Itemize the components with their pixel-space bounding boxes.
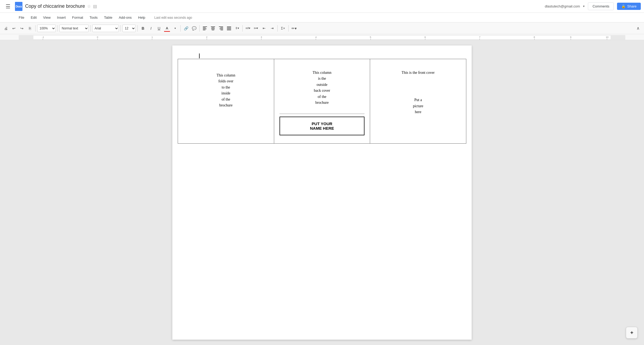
separator-5 [137, 25, 138, 32]
underline-button[interactable]: U [155, 25, 163, 32]
menu-view[interactable]: View [40, 14, 53, 21]
format-paint-button[interactable]: ⎘ [26, 25, 34, 32]
col-left-line2: folds over [183, 78, 269, 84]
print-icon: 🖨 [4, 26, 8, 30]
italic-button[interactable]: I [147, 25, 155, 32]
col-right-content: This is the front cover Put a picture he… [375, 70, 461, 115]
indent-decrease-button[interactable]: ⇤ [260, 25, 268, 32]
text-color-button[interactable]: A [163, 25, 171, 32]
color-dropdown-button[interactable]: ▾ [171, 25, 179, 32]
brochure-row: This column folds over to the inside of … [178, 59, 466, 144]
separator-9 [277, 25, 278, 32]
align-center-button[interactable] [209, 25, 217, 32]
document-title[interactable]: Copy of chiccarine brochure [25, 3, 85, 9]
undo-icon: ↩ [12, 26, 15, 30]
picture-placeholder: Put a picture here [375, 97, 461, 115]
align-right-icon [219, 26, 223, 30]
front-cover-text: This is the front cover [375, 70, 461, 76]
brochure-col-left[interactable]: This column folds over to the inside of … [178, 59, 274, 144]
menu-tools[interactable]: Tools [87, 14, 100, 21]
bullet-list-button[interactable]: ≡•▾ [252, 25, 260, 32]
ruler-mark: 10 [606, 36, 608, 40]
top-bar: ☰ Docs Copy of chiccarine brochure ☆ ▤ d… [0, 0, 644, 13]
comments-button[interactable]: Comments [588, 2, 614, 10]
numbered-list-button[interactable]: ≡#▾ [244, 25, 252, 32]
menu-insert[interactable]: Insert [54, 14, 68, 21]
ruler-mark: 8 [534, 36, 535, 40]
redo-button[interactable]: ↪ [18, 25, 26, 32]
menu-bar: File Edit View Insert Format Tools Table… [0, 13, 644, 22]
text-color-underline [164, 31, 170, 32]
col-left-line4: inside [183, 90, 269, 96]
menu-edit[interactable]: Edit [28, 14, 39, 21]
menu-format[interactable]: Format [69, 14, 86, 21]
menu-table[interactable]: Table [101, 14, 115, 21]
ruler-mark: 9 [570, 36, 571, 40]
name-box[interactable]: PUT YOUR NAME HERE [280, 117, 365, 135]
ruler-mark: -1 [42, 36, 44, 40]
brochure-col-mid[interactable]: This column is the outside back cover of… [274, 59, 370, 144]
document-page: This column folds over to the inside of … [172, 45, 472, 340]
col-left-line5: of the [183, 97, 269, 102]
font-size-select[interactable]: 12 8 10 14 18 24 [122, 25, 136, 32]
star-icon[interactable]: ☆ [87, 4, 91, 9]
redo-icon: ↪ [20, 26, 24, 30]
separator-1 [35, 25, 36, 32]
ai-icon: ✦ [630, 329, 634, 336]
col-left-line1: This column [183, 72, 269, 78]
name-box-line1: PUT YOUR [284, 121, 360, 126]
last-edit-status: Last edit was seconds ago [154, 16, 192, 20]
insert-comment-button[interactable]: 💬 [190, 25, 198, 32]
col-mid-line3: outside [280, 82, 365, 88]
menu-help[interactable]: Help [135, 14, 148, 21]
share-lock-icon: 🔒 [621, 4, 626, 8]
zoom-select[interactable]: 100% 75% 50% 125% [37, 25, 56, 32]
title-area: Copy of chiccarine brochure ☆ ▤ [25, 3, 545, 9]
user-email[interactable]: dlastutech@gmail.com [545, 4, 580, 8]
print-button[interactable]: 🖨 [2, 25, 10, 32]
toolbar-collapse-button[interactable]: ∧ [634, 25, 642, 32]
align-justify-button[interactable] [225, 25, 233, 32]
col-left-line6: brochure [183, 102, 269, 108]
brochure-col-right[interactable]: This is the front cover Put a picture he… [370, 59, 466, 144]
ruler-white-area [33, 36, 611, 39]
separator-3 [90, 25, 91, 32]
indent-increase-button[interactable]: ⇥ [268, 25, 276, 32]
col-left-line3: to the [183, 85, 269, 90]
document-area[interactable]: This column folds over to the inside of … [0, 40, 644, 345]
line-spacing-dropdown-button[interactable]: ⇕▾ [233, 25, 241, 32]
separator-6 [180, 25, 181, 32]
text-style-select[interactable]: Normal text Heading 1 Heading 2 Heading … [59, 25, 89, 32]
name-box-line2: NAME HERE [284, 126, 360, 131]
user-dropdown-arrow[interactable]: ▾ [583, 5, 585, 8]
text-cursor [199, 53, 200, 58]
share-button[interactable]: 🔒 Share [617, 3, 641, 10]
separator-4 [121, 25, 121, 32]
pen-tool-button[interactable]: ✏▾ [290, 25, 298, 32]
ruler-mark: 0 [97, 36, 98, 40]
menu-file[interactable]: File [16, 14, 27, 21]
format-paint-icon: ⎘ [29, 26, 31, 30]
picture-line3: here [375, 109, 461, 115]
col-mid-line4: back cover [280, 88, 365, 94]
ruler-mark: 7 [479, 36, 480, 40]
docs-logo-text: Docs [16, 5, 22, 8]
align-right-button[interactable] [217, 25, 225, 32]
font-select[interactable]: Arial Times New Roman Courier New Georgi… [92, 25, 119, 32]
menu-addons[interactable]: Add-ons [116, 14, 134, 21]
align-center-icon [211, 26, 215, 30]
ai-assistant-button[interactable]: ✦ [626, 327, 638, 339]
align-left-button[interactable] [201, 25, 209, 32]
toolbar: 🖨 ↩ ↪ ⎘ 100% 75% 50% 125% Normal text He… [0, 22, 644, 34]
insert-link-button[interactable]: 🔗 [182, 25, 190, 32]
align-left-icon [203, 26, 207, 30]
clear-formatting-button[interactable]: Σ× [279, 25, 287, 32]
bold-button[interactable]: B [139, 25, 147, 32]
align-justify-icon [227, 26, 231, 30]
ruler-mark: 6 [424, 36, 426, 40]
user-area: dlastutech@gmail.com ▾ Comments 🔒 Share [545, 2, 641, 10]
undo-button[interactable]: ↩ [10, 25, 18, 32]
hamburger-menu[interactable]: ☰ [3, 2, 13, 11]
col-mid-outside-text: This column is the outside back cover of… [280, 64, 365, 111]
folder-icon[interactable]: ▤ [93, 4, 97, 9]
